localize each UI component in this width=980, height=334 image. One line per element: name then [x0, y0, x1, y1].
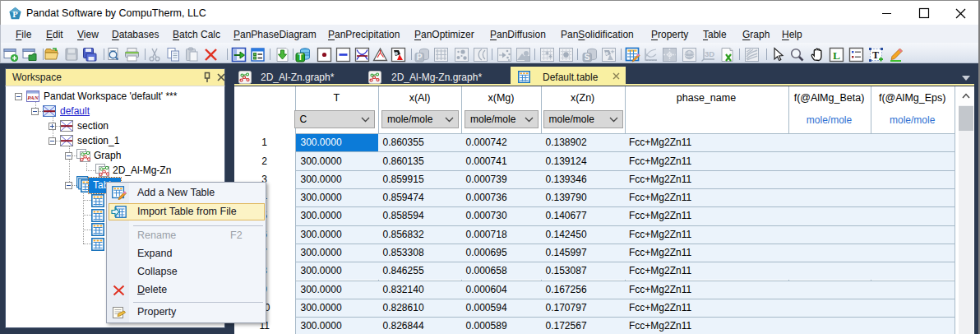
- svg-text:PAN: PAN: [27, 95, 39, 101]
- svg-text:P: P: [12, 10, 18, 19]
- svg-text:3D: 3D: [705, 49, 714, 58]
- svg-text:L: L: [833, 49, 840, 62]
- svg-text:T: T: [872, 49, 879, 61]
- svg-text:T: T: [298, 53, 303, 62]
- svg-text:S: S: [585, 53, 590, 62]
- svg-text:P: P: [417, 53, 423, 62]
